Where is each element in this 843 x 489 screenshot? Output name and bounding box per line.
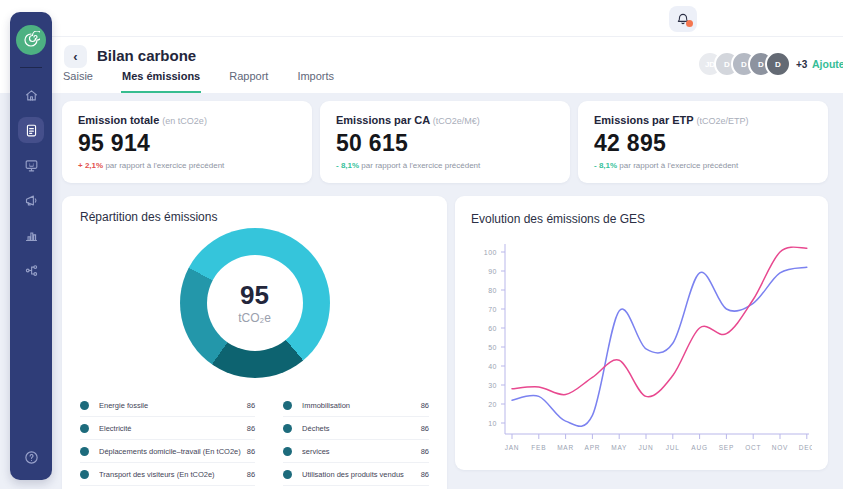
legend-dot (80, 401, 89, 410)
topbar (52, 0, 843, 37)
help-button[interactable] (20, 446, 42, 468)
emissions-legend: Energie fossile86Immobilisation86Electri… (80, 394, 429, 489)
sidebar-item-screen[interactable] (18, 152, 44, 178)
kpi-title-text: Emissions par ETP (594, 114, 693, 126)
sidebar-item-statistics[interactable] (18, 222, 44, 248)
svg-text:DEC: DEC (799, 444, 812, 451)
svg-text:NOV: NOV (772, 444, 789, 451)
legend-value: 86 (421, 401, 429, 410)
kpi-value: 50 615 (336, 130, 554, 157)
legend-value: 86 (421, 470, 429, 479)
legend-label: Déplacements domicile–travail (En tCO2e) (99, 447, 241, 456)
page-header: ‹ Bilan carbone JDDDDD +3 Ajouter Saisie… (52, 36, 843, 93)
sidebar (10, 12, 52, 480)
svg-text:MAY: MAY (611, 444, 627, 451)
back-button[interactable]: ‹ (64, 45, 87, 68)
ges-evolution-card: Evolution des émissions de GES 102030405… (455, 196, 828, 470)
emissions-breakdown-card: Répartition des émissions 95 tCO₂e Energ… (62, 196, 447, 489)
legend-label: Immobilisation (302, 401, 415, 410)
megaphone-icon (24, 193, 39, 208)
kpi-title: Emissions par ETP (tCO2e/ETP) (594, 114, 812, 126)
svg-text:10: 10 (488, 420, 497, 427)
line-chart: 102030405060708090100JANFEBMARAPRMAYJUNJ… (471, 234, 812, 462)
question-icon (24, 450, 39, 465)
kpi-unit: (tCO2e/M€) (433, 116, 480, 126)
tab-saisie[interactable]: Saisie (62, 70, 94, 93)
card-title: Evolution des émissions de GES (471, 212, 812, 226)
kpi-change-text: par rapport à l'exercice précédent (619, 161, 738, 170)
sidebar-item-documents[interactable] (18, 117, 44, 143)
legend-item: Energie fossile86 (80, 394, 255, 417)
svg-text:APR: APR (585, 444, 601, 451)
tab-mes-emissions[interactable]: Mes émissions (121, 70, 201, 93)
legend-dot (283, 447, 292, 456)
tab-bar: SaisieMes émissionsRapportImports (62, 70, 335, 93)
legend-value: 86 (247, 470, 255, 479)
legend-value: 86 (421, 447, 429, 456)
donut-center-value: 95 (240, 282, 269, 308)
legend-dot (80, 470, 89, 479)
tab-imports[interactable]: Imports (296, 70, 335, 93)
home-icon (24, 88, 39, 103)
legend-value: 86 (421, 424, 429, 433)
add-member-button[interactable]: Ajouter (812, 58, 843, 70)
card-title: Répartition des émissions (80, 210, 429, 224)
svg-text:100: 100 (484, 249, 497, 256)
kpi-title-text: Emissions par CA (336, 114, 430, 126)
svg-text:JUN: JUN (638, 444, 653, 451)
app-logo[interactable] (16, 25, 46, 55)
svg-text:JAN: JAN (505, 444, 520, 451)
legend-dot (283, 424, 292, 433)
svg-text:40: 40 (488, 363, 497, 370)
svg-text:20: 20 (488, 401, 497, 408)
document-icon (24, 123, 39, 138)
kpi-value: 95 914 (78, 130, 296, 157)
kpi-change: - 8,1% par rapport à l'exercice précéden… (336, 161, 554, 170)
legend-dot (80, 447, 89, 456)
sidebar-item-home[interactable] (18, 82, 44, 108)
page-title: Bilan carbone (97, 47, 196, 64)
notification-button[interactable] (669, 6, 697, 32)
svg-text:MAR: MAR (557, 444, 574, 451)
kpi-card: Emissions par CA (tCO2e/M€)50 615- 8,1% … (320, 101, 570, 183)
svg-text:SEP: SEP (719, 444, 734, 451)
legend-label: services (302, 447, 415, 456)
tab-rapport[interactable]: Rapport (228, 70, 269, 93)
hierarchy-icon (24, 263, 39, 278)
kpi-change-percent: + 2,1% (78, 161, 103, 170)
svg-text:OCT: OCT (745, 444, 761, 451)
kpi-card: Emissions par ETP (tCO2e/ETP)42 895- 8,1… (578, 101, 828, 183)
avatar-overflow-count: +3 (796, 59, 807, 70)
sidebar-item-organisation[interactable] (18, 257, 44, 283)
legend-label: Energie fossile (99, 401, 241, 410)
donut-chart: 95 tCO₂e (180, 228, 330, 378)
swirl-logo-icon (22, 31, 40, 49)
legend-value: 86 (247, 401, 255, 410)
legend-value: 86 (247, 424, 255, 433)
svg-text:70: 70 (488, 306, 497, 313)
legend-label: Electricité (99, 424, 241, 433)
legend-item: services86 (283, 440, 429, 463)
svg-text:FEB: FEB (531, 444, 546, 451)
svg-text:60: 60 (488, 325, 497, 332)
kpi-change: + 2,1% par rapport à l'exercice précéden… (78, 161, 296, 170)
kpi-unit: (tCO2e/ETP) (697, 116, 749, 126)
chevron-left-icon: ‹ (73, 50, 77, 63)
legend-label: Déchets (302, 424, 415, 433)
legend-label: Transport des visiteurs (En tCO2e) (99, 470, 241, 479)
legend-item: Déchets86 (283, 417, 429, 440)
kpi-title: Emission totale (en tCO2e) (78, 114, 296, 126)
line-series-serie-rose (512, 247, 807, 397)
legend-item: Immobilisation86 (283, 394, 429, 417)
legend-dot (283, 470, 292, 479)
donut-center-unit: tCO₂e (238, 311, 271, 325)
legend-value: 86 (247, 447, 255, 456)
sidebar-item-announcements[interactable] (18, 187, 44, 213)
legend-item: Utilisation des produits vendus86 (283, 463, 429, 486)
legend-dot (80, 424, 89, 433)
kpi-title-text: Emission totale (78, 114, 159, 126)
svg-text:AUG: AUG (691, 444, 708, 451)
avatar[interactable]: D (765, 51, 791, 77)
sidebar-divider (20, 67, 42, 68)
svg-text:50: 50 (488, 344, 497, 351)
